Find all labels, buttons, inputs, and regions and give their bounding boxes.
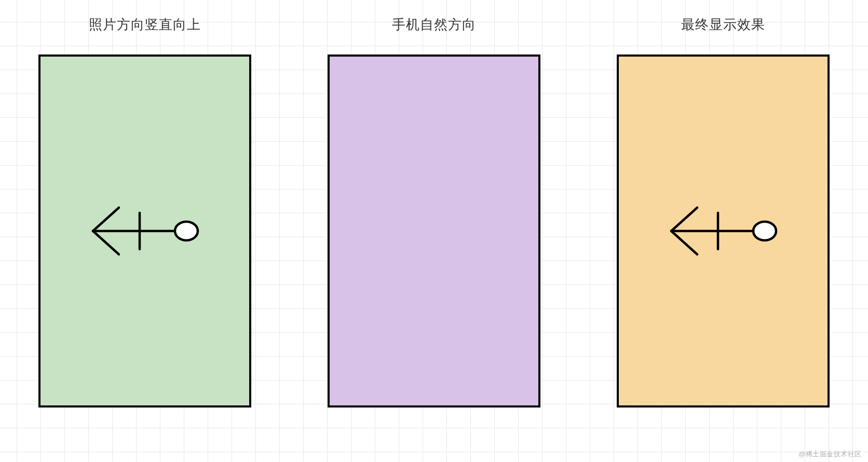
svg-line-2 (93, 231, 119, 254)
panel-final-display: 最终显示效果 (617, 16, 830, 407)
svg-line-1 (93, 208, 119, 231)
svg-line-6 (671, 208, 697, 231)
panel-title: 手机自然方向 (392, 16, 476, 34)
panel-phone-orientation: 手机自然方向 (328, 16, 540, 407)
watermark-text: @稀土掘金技术社区 (798, 450, 862, 459)
panel-photo-orientation: 照片方向竖直向上 (38, 16, 251, 407)
phone-box (328, 55, 540, 407)
svg-point-4 (175, 222, 198, 240)
panel-title: 最终显示效果 (681, 16, 765, 34)
photo-box (38, 55, 251, 407)
stick-figure-icon (83, 184, 207, 278)
result-box (617, 55, 830, 407)
stick-figure-icon (661, 184, 785, 278)
diagram-container: 照片方向竖直向上 手机自然方向 最终显示效果 (0, 0, 868, 462)
panel-title: 照片方向竖直向上 (89, 16, 201, 34)
svg-line-7 (671, 231, 697, 254)
svg-point-9 (753, 222, 776, 240)
